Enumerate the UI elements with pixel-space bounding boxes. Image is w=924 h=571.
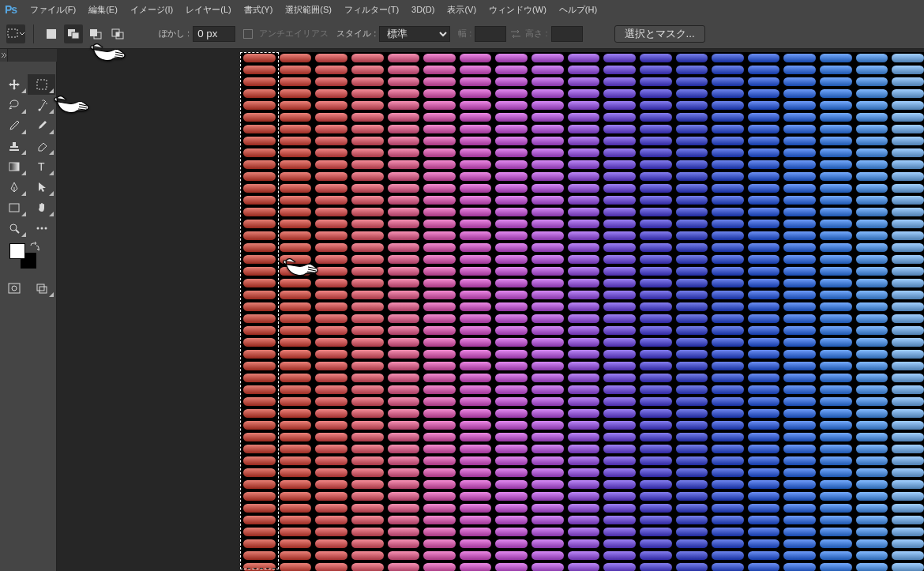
pattern-pill	[460, 137, 492, 145]
tool-type[interactable]: T	[28, 156, 55, 177]
tool-shape[interactable]	[0, 197, 28, 218]
menu-view[interactable]: 表示(V)	[441, 2, 482, 18]
svg-point-20	[12, 286, 17, 291]
tool-eraser[interactable]	[28, 136, 55, 156]
menu-file[interactable]: ファイル(F)	[24, 2, 81, 18]
pattern-pill	[676, 255, 708, 264]
pattern-pill	[856, 54, 888, 62]
pattern-pill	[351, 480, 384, 489]
pattern-pill	[423, 231, 456, 240]
pattern-pill	[423, 397, 456, 406]
pattern-row	[240, 336, 924, 348]
pattern-pill	[856, 456, 888, 465]
pattern-pill	[351, 314, 384, 323]
selop-add[interactable]	[64, 24, 83, 43]
pattern-row	[240, 123, 924, 135]
pattern-pill	[603, 279, 636, 287]
menu-filter[interactable]: フィルター(T)	[339, 2, 404, 18]
pattern-pill	[280, 302, 312, 311]
panel-collapse-tab[interactable]	[0, 49, 8, 62]
pattern-pill	[603, 291, 636, 299]
pattern-row	[240, 88, 924, 100]
pattern-pill	[748, 148, 780, 157]
pattern-pill	[351, 231, 384, 240]
pattern-pill	[460, 160, 492, 169]
menu-edit[interactable]: 編集(E)	[83, 2, 123, 18]
pattern-pill	[783, 433, 816, 441]
tool-gradient[interactable]	[0, 156, 28, 177]
tool-edit-toolbar[interactable]	[28, 218, 55, 239]
tool-hand[interactable]	[28, 197, 55, 218]
pattern-pill	[423, 528, 456, 536]
screen-mode-button[interactable]	[28, 278, 55, 299]
pattern-pill	[603, 492, 636, 501]
pattern-pill	[388, 231, 420, 240]
pattern-pill	[783, 326, 816, 335]
menu-layer[interactable]: レイヤー(L)	[180, 2, 236, 18]
tool-preset-button[interactable]	[6, 24, 25, 43]
tool-lasso[interactable]	[0, 95, 28, 115]
tool-eyedropper[interactable]	[0, 115, 28, 136]
menu-help[interactable]: ヘルプ(H)	[554, 2, 603, 18]
quick-mask-toggle[interactable]	[0, 278, 28, 299]
pattern-row	[240, 479, 924, 490]
pattern-pill	[748, 54, 780, 62]
tool-path-select[interactable]	[28, 177, 55, 197]
pattern-pill	[783, 148, 816, 157]
toolbox: T	[0, 62, 57, 571]
document-canvas[interactable]	[240, 52, 924, 571]
pattern-pill	[315, 326, 347, 335]
pattern-pill	[640, 338, 672, 347]
pattern-pill	[820, 172, 852, 181]
pattern-pill	[856, 172, 888, 181]
swap-colors-icon[interactable]	[30, 242, 39, 251]
tool-move[interactable]	[0, 74, 28, 95]
more-icon	[36, 226, 48, 231]
menu-window[interactable]: ウィンドウ(W)	[483, 2, 552, 18]
selop-intersect[interactable]	[108, 24, 127, 43]
selop-new[interactable]	[42, 24, 61, 43]
feather-input[interactable]	[193, 26, 235, 42]
pattern-pill	[640, 291, 672, 299]
pattern-pill	[423, 551, 456, 560]
pattern-pill	[568, 231, 600, 240]
select-mask-button[interactable]: 選択とマスク...	[614, 25, 705, 43]
pattern-pill	[423, 374, 456, 382]
pattern-pill	[712, 445, 744, 453]
pattern-pill	[820, 468, 852, 477]
move-icon	[8, 78, 21, 91]
tool-quick-select[interactable]	[28, 95, 55, 115]
pattern-pill	[460, 231, 492, 240]
pattern-pill	[388, 243, 420, 252]
tool-brush[interactable]	[28, 115, 55, 136]
foreground-swatch[interactable]	[9, 243, 25, 259]
color-swatches[interactable]	[0, 239, 56, 273]
pattern-pill	[856, 196, 888, 205]
pattern-pill	[315, 113, 347, 122]
pattern-pill	[388, 302, 420, 311]
pattern-pill	[460, 148, 492, 157]
pattern-pill	[820, 137, 852, 145]
pattern-row	[240, 514, 924, 526]
pattern-pill	[640, 480, 672, 489]
pattern-pill	[892, 456, 924, 465]
tool-marquee[interactable]	[28, 74, 55, 95]
menu-select[interactable]: 選択範囲(S)	[280, 2, 337, 18]
pattern-row	[240, 111, 924, 123]
tool-pen[interactable]	[0, 177, 28, 197]
style-select[interactable]: 標準	[379, 26, 450, 42]
menu-3d[interactable]: 3D(D)	[406, 2, 440, 17]
pattern-pill	[315, 492, 347, 501]
pattern-pill	[748, 89, 780, 98]
pattern-pill	[568, 563, 600, 571]
selop-subtract[interactable]	[86, 24, 105, 43]
pattern-pill	[748, 196, 780, 205]
pattern-pill	[243, 539, 276, 548]
menu-image[interactable]: イメージ(I)	[125, 2, 178, 18]
pattern-pill	[423, 350, 456, 359]
tool-zoom[interactable]	[0, 218, 28, 239]
tool-clone-stamp[interactable]	[0, 136, 28, 156]
pattern-pill	[531, 89, 564, 98]
svg-rect-9	[37, 80, 47, 89]
menu-type[interactable]: 書式(Y)	[239, 2, 279, 18]
